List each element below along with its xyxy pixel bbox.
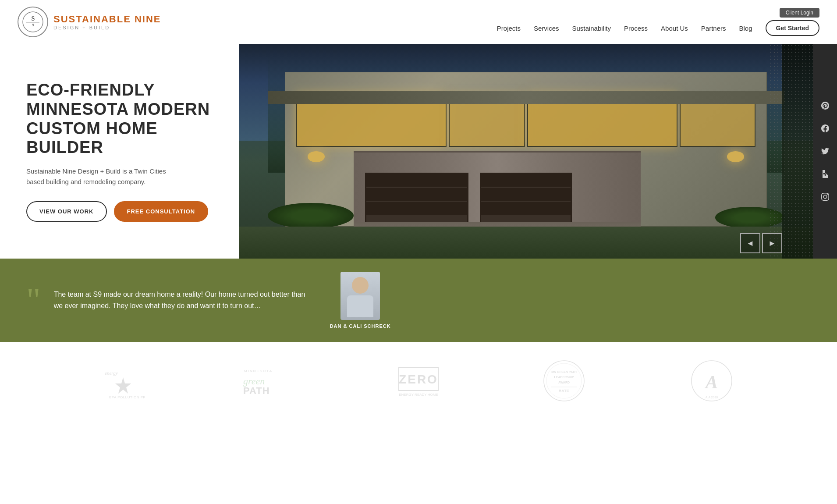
main-nav: Projects Services Sustainability Process… (497, 20, 819, 36)
svg-text:LEADERSHIP: LEADERSHIP (554, 376, 574, 379)
svg-text:S: S (32, 15, 35, 22)
testimonial-person: DAN & CALI SCHRECK (330, 272, 391, 329)
svg-text:9: 9 (32, 23, 34, 27)
svg-text:MINNESOTA: MINNESOTA (244, 369, 273, 373)
pinterest-icon[interactable] (819, 99, 832, 112)
dotted-pattern (769, 44, 813, 259)
svg-text:EPA POLLUTION PREVENTER: EPA POLLUTION PREVENTER (109, 395, 145, 399)
instagram-icon[interactable] (819, 190, 832, 203)
facebook-icon[interactable] (819, 122, 832, 135)
logos-section: energy EPA POLLUTION PREVENTER MINNESOTA… (0, 342, 837, 421)
slider-next-button[interactable]: ► (762, 233, 782, 253)
hero-buttons: VIEW OUR WORK FREE CONSULTATION (26, 201, 213, 222)
slider-arrows: ◄ ► (740, 233, 782, 253)
testimonial-section: " The team at S9 made our dream home a r… (0, 259, 837, 342)
svg-marker-5 (115, 377, 131, 394)
logo-name: SUSTAINABLE NINE (53, 14, 161, 25)
header: S 9 SUSTAINABLE NINE DESIGN + BUILD Clie… (0, 0, 837, 44)
svg-text:AWARD: AWARD (558, 381, 570, 384)
house-photo (239, 44, 813, 259)
nav-projects[interactable]: Projects (497, 25, 521, 32)
twitter-icon[interactable] (819, 145, 832, 158)
hero-left: ECO-FRIENDLY MINNESOTA MODERN CUSTOM HOM… (0, 44, 239, 259)
nav-process[interactable]: Process (624, 25, 648, 32)
hero-heading: ECO-FRIENDLY MINNESOTA MODERN CUSTOM HOM… (26, 81, 213, 157)
hero-subtext: Sustainable Nine Design + Build is a Twi… (26, 166, 175, 187)
nav-blog[interactable]: Blog (739, 25, 752, 32)
batc-award-logo: MN GREEN PATH LEADERSHIP AWARD BATC (538, 360, 590, 404)
social-panel (813, 44, 837, 259)
houzz-icon[interactable] (819, 167, 832, 181)
client-login-button[interactable]: Client Login (780, 8, 819, 18)
get-started-button[interactable]: Get Started (766, 20, 819, 36)
svg-text:BATC: BATC (559, 389, 570, 393)
view-work-button[interactable]: VIEW OUR WORK (26, 201, 107, 222)
nav-services[interactable]: Services (534, 25, 559, 32)
hero-section: ECO-FRIENDLY MINNESOTA MODERN CUSTOM HOM… (0, 44, 837, 259)
person-name: DAN & CALI SCHRECK (330, 323, 391, 329)
slider-prev-button[interactable]: ◄ (740, 233, 760, 253)
logo: S 9 SUSTAINABLE NINE DESIGN + BUILD (18, 7, 161, 37)
quote-icon: " (26, 288, 41, 312)
svg-text:PATH: PATH (243, 385, 270, 396)
logo-text: SUSTAINABLE NINE DESIGN + BUILD (53, 14, 161, 30)
zero-energy-logo: ZERO ENERGY READY HOME (397, 364, 440, 399)
logo-tagline: DESIGN + BUILD (53, 25, 161, 30)
svg-text:A: A (704, 372, 718, 392)
person-photo (340, 272, 380, 320)
svg-point-0 (23, 12, 43, 32)
hero-image: ◄ ► (239, 44, 813, 259)
svg-text:AIA 2030: AIA 2030 (706, 396, 718, 399)
free-consultation-button[interactable]: FREE CONSULTATION (114, 201, 209, 222)
svg-text:ZERO: ZERO (399, 373, 438, 386)
svg-text:energy: energy (105, 370, 118, 376)
energy-star-logo: energy EPA POLLUTION PREVENTER (101, 364, 145, 399)
nav-partners[interactable]: Partners (701, 25, 726, 32)
nav-sustainability[interactable]: Sustainability (572, 25, 611, 32)
aia-logo: A AIA 2030 (688, 360, 736, 404)
svg-text:ENERGY READY HOME: ENERGY READY HOME (399, 393, 438, 397)
nav-about[interactable]: About Us (661, 25, 688, 32)
svg-text:MN GREEN PATH: MN GREEN PATH (551, 370, 577, 373)
green-path-logo: MINNESOTA green PATH (242, 364, 299, 399)
testimonial-text: The team at S9 made our dream home a rea… (54, 289, 308, 311)
nav-area: Client Login Projects Services Sustainab… (497, 8, 819, 36)
logo-icon: S 9 (18, 7, 48, 37)
